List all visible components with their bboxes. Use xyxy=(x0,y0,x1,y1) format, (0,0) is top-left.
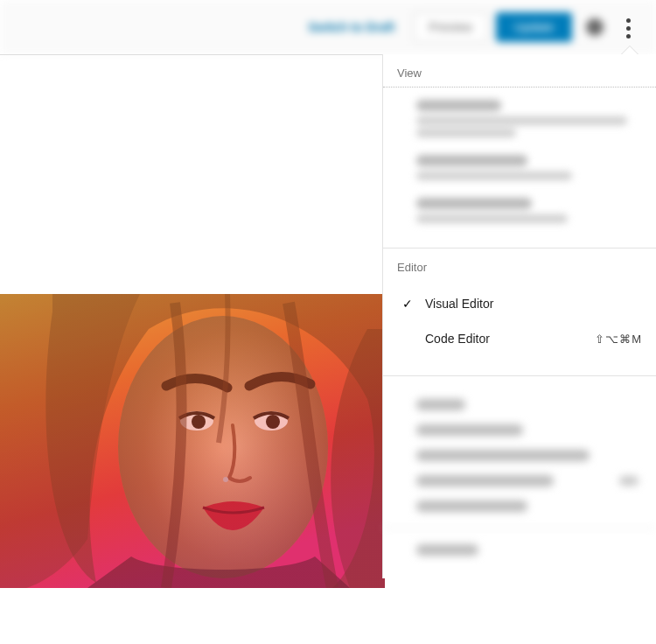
svg-rect-8 xyxy=(0,294,385,588)
editor-topbar: Switch to Draft Preview Update xyxy=(0,0,656,54)
view-section-label: View xyxy=(383,54,656,87)
settings-icon[interactable] xyxy=(586,18,604,36)
menu-item[interactable] xyxy=(416,450,639,461)
menu-item[interactable] xyxy=(416,544,639,556)
menu-item[interactable] xyxy=(416,500,639,512)
visual-editor-option[interactable]: ✓ Visual Editor xyxy=(383,286,656,321)
preview-button[interactable]: Preview xyxy=(414,12,487,42)
menu-item-label: Visual Editor xyxy=(425,297,493,311)
editor-section-label: Editor xyxy=(383,248,656,281)
keyboard-shortcut: ⇧⌥⌘M xyxy=(595,332,642,346)
dot-icon xyxy=(626,34,631,38)
menu-item[interactable] xyxy=(416,399,639,410)
content-image xyxy=(0,294,385,588)
menu-item[interactable] xyxy=(416,100,639,137)
editor-options-group: ✓ Visual Editor Code Editor ⇧⌥⌘M xyxy=(383,281,656,367)
dot-icon xyxy=(626,26,631,31)
more-options-button[interactable] xyxy=(612,12,644,44)
menu-item[interactable] xyxy=(416,198,639,223)
dot-icon xyxy=(626,18,631,23)
menu-item-label: Code Editor xyxy=(425,332,490,346)
tools-options-group xyxy=(383,376,656,578)
check-icon: ✓ xyxy=(401,297,415,311)
more-options-menu: View Editor ✓ Visual Editor xyxy=(383,54,656,578)
menu-item[interactable] xyxy=(416,475,639,486)
menu-item[interactable] xyxy=(416,424,639,436)
menu-item[interactable] xyxy=(416,155,639,180)
switch-to-draft-link[interactable]: Switch to Draft xyxy=(297,13,405,41)
code-editor-option[interactable]: Code Editor ⇧⌥⌘M xyxy=(383,321,656,356)
view-options-group xyxy=(383,88,656,239)
update-button[interactable]: Update xyxy=(496,12,572,42)
